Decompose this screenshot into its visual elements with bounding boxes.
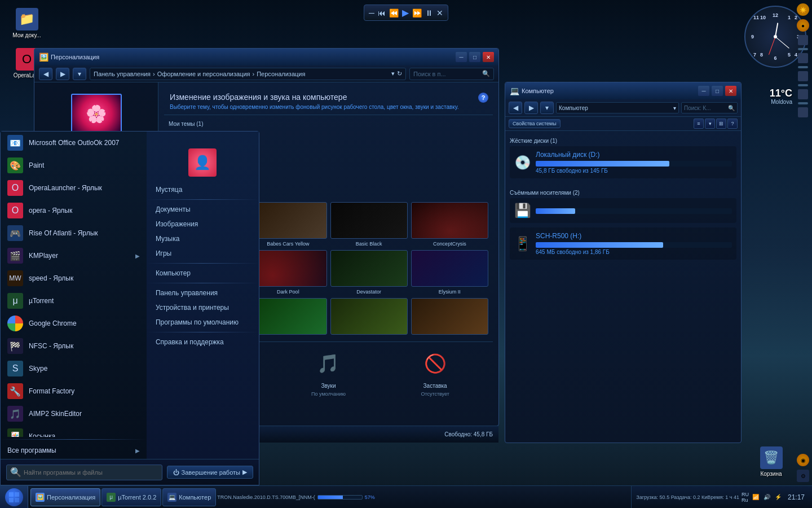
start-right-mustache[interactable]: Мустяца [147,182,259,197]
view-details-btn[interactable]: ⊞ [716,119,726,129]
disk-removable-1[interactable]: 💾 [510,198,736,223]
taskbar-btn-utorrent[interactable]: μ µTorrent 2.0.2 [102,488,161,506]
theme-item-babes-cars[interactable]: Babes Cars Yellow [249,202,326,247]
start-right-images[interactable]: Изображения [147,217,259,231]
start-search-box[interactable]: 🔍 [6,465,162,480]
persona-close-btn[interactable]: ✕ [483,52,494,62]
sidebar-small2-icon[interactable] [798,53,808,63]
start-item-skype[interactable]: S Skype [1,357,147,380]
breadcrumb-refresh[interactable]: ↻ [397,70,402,77]
sidebar-weather-icon[interactable]: ☀️ [797,3,809,16]
start-item-utorrent[interactable]: μ µTorrent [1,290,147,312]
sidebar-settings-icon[interactable]: ⚙ [797,470,809,482]
start-right-control-panel[interactable]: Панель управления [147,286,259,300]
computer-maximize-btn[interactable]: □ [712,86,723,96]
comp-breadcrumb[interactable]: Компьютер ▾ [556,102,679,113]
persona-maximize-btn[interactable]: □ [469,52,480,62]
persona-minimize-btn[interactable]: ─ [456,52,467,62]
theme-item-devastator[interactable]: Devastator [330,250,408,295]
sounds-control[interactable]: 🎵 Звуки По умолчанию [311,347,346,397]
breadcrumb-bar[interactable]: Панель управления › Оформление и персона… [90,68,406,80]
view-list-btn[interactable]: ≡ [694,119,704,129]
comp-search[interactable]: Поиск: К... 🔍 [681,102,738,113]
comp-breadcrumb-arrow[interactable]: ▾ [673,105,676,111]
media-fwd-btn[interactable]: ⏩ [412,8,422,17]
start-item-solitaire[interactable]: 🃏 Косынка [1,425,147,437]
taskbar-btn-personalization[interactable]: 🖼️ Персонализация [30,488,100,506]
disk-d-item[interactable]: 💿 Локальный диск (D:) 45,8 ГБ свободно и… [510,146,736,178]
start-item-speed[interactable]: MW speed - Ярлык [1,267,147,290]
comp-search-icon[interactable]: 🔍 [728,105,735,111]
start-right-help[interactable]: Справка и поддержка [147,335,259,349]
computer-content-scroll[interactable]: Жёсткие диски (1) 💿 Локальный диск (D:) … [505,131,741,491]
theme-item-extra4[interactable] [411,298,488,337]
start-button[interactable] [0,486,28,509]
computer-window-icon: 💻 [510,86,519,95]
comp-properties-btn[interactable]: Свойства системы [509,119,561,128]
theme-item-extra2[interactable] [249,298,326,337]
breadcrumb-dropdown[interactable]: ▾ [391,70,395,77]
start-item-paint[interactable]: 🎨 Paint [1,154,147,177]
theme-item-elysium[interactable]: Elysium II [411,250,488,295]
sidebar-small3-icon[interactable] [798,71,808,81]
start-item-opera[interactable]: O opera - Ярлык [1,199,147,222]
start-right-devices[interactable]: Устройства и принтеры [147,300,259,315]
comp-dropdown-btn[interactable]: ▾ [540,102,554,114]
start-item-chrome[interactable]: Google Chrome [1,312,147,335]
sidebar-orange2-icon[interactable]: ◉ [797,454,809,466]
desktop-icon-my-docs[interactable]: 📁 Мои доку... [6,6,48,41]
start-all-programs[interactable]: Все программы ▶ [1,442,147,459]
start-right-computer[interactable]: Компьютер [147,266,259,281]
theme-item-dark-pool[interactable]: Dark Pool [249,250,326,295]
start-item-nfsc[interactable]: 🏁 NFSC - Ярлык [1,335,147,357]
persona-preview-area: 🌸 [34,94,158,133]
breadcrumb-control-panel[interactable]: Панель управления [94,71,151,77]
sidebar-small5-icon[interactable] [798,107,808,117]
view-dropdown-btn[interactable]: ▾ [705,119,715,129]
start-item-rise-atlanti[interactable]: 🎮 Rise Of Atlanti - Ярлык [1,222,147,244]
start-item-opera-launcher[interactable]: O OperaLauncher - Ярлык [1,177,147,199]
desktop-icon-trash[interactable]: 🗑️ Корзина [750,444,792,480]
media-back-btn[interactable]: ⏪ [389,8,399,17]
theme-item-extra3[interactable] [330,298,408,337]
comp-forward-btn[interactable]: ▶ [524,102,538,114]
computer-minimize-btn[interactable]: ─ [698,86,709,96]
sidebar-small1-icon[interactable] [798,35,808,45]
start-right-music[interactable]: Музыка [147,231,259,246]
media-play-btn[interactable]: ▶ [402,7,409,18]
start-right-games[interactable]: Игры [147,246,259,261]
disk-h-item[interactable]: 📱 SCH-R500 (H:) 645 МБ свободно из 1,86 … [510,227,736,260]
help-button[interactable]: ? [478,93,488,103]
taskbar-clock[interactable]: 21:17 [785,493,807,501]
shutdown-button[interactable]: ⏻ Завершение работы ▶ [167,466,253,479]
computer-close-btn[interactable]: ✕ [725,86,736,96]
media-close-btn[interactable]: ✕ [436,8,443,17]
tray-language[interactable]: RU Ru [742,492,749,503]
search-bar[interactable]: Поиск в п... 🔍 [409,68,494,80]
theme-item-basic-black[interactable]: Basic Black [330,202,408,247]
sidebar-small4-icon[interactable] [798,89,808,99]
breadcrumb-personalization-group[interactable]: Оформление и персонализация [157,71,250,77]
media-prev-btn[interactable]: ⏮ [378,8,386,17]
comp-back-btn[interactable]: ◀ [509,102,522,114]
media-minimize-btn[interactable]: ─ [369,8,374,17]
start-right-defaults[interactable]: Программы по умолчанию [147,315,259,330]
taskbar-btn-computer[interactable]: 💻 Компьютер [162,488,216,506]
start-item-ms-outlook[interactable]: 📧 Microsoft Office OutloOk 2007 [1,132,147,154]
start-item-aimp2[interactable]: 🎵 AIMP2 SkinEditor [1,402,147,425]
sidebar-orange1-icon[interactable]: ● [797,19,809,32]
theme-item-concept[interactable]: ConceptCrysis [411,202,488,247]
breadcrumb-personalization[interactable]: Персонализация [257,71,305,77]
start-right-documents[interactable]: Документы [147,202,259,217]
start-item-kmplayer[interactable]: 🎬 KMPlayer ▶ [1,244,147,267]
svg-rect-0 [9,492,14,497]
search-icon[interactable]: 🔍 [482,70,490,77]
media-pause-btn[interactable]: ⏸ [425,8,433,17]
view-help-btn[interactable]: ? [727,119,738,129]
back-btn[interactable]: ◀ [39,68,52,80]
recent-btn[interactable]: ▾ [73,68,86,80]
forward-btn[interactable]: ▶ [56,68,69,80]
start-search-input[interactable] [24,469,158,476]
start-item-format-factory[interactable]: 🔧 Format Factory [1,380,147,402]
screensaver-control[interactable]: 🚫 Заставка Отсутствует [418,347,452,397]
